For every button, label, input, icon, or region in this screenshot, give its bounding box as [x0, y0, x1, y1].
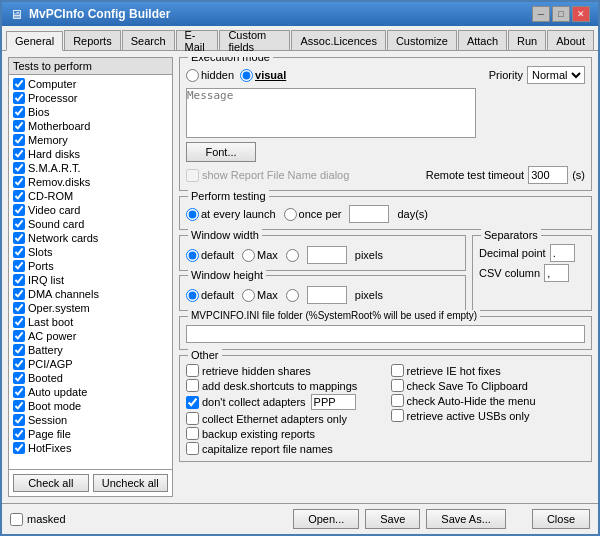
once-per-radio[interactable]	[284, 208, 297, 221]
height-custom-label[interactable]	[286, 289, 299, 302]
check-dma-channels[interactable]	[13, 288, 25, 300]
width-max-radio[interactable]	[242, 249, 255, 262]
check-hard-disks[interactable]	[13, 148, 25, 160]
check-battery[interactable]	[13, 344, 25, 356]
timeout-input[interactable]	[528, 166, 568, 184]
masked-checkbox[interactable]	[10, 513, 23, 526]
check-ports[interactable]	[13, 260, 25, 272]
check-session[interactable]	[13, 414, 25, 426]
check-motherboard[interactable]	[13, 120, 25, 132]
other-check-don't-coll[interactable]	[186, 396, 199, 409]
ini-folder-input[interactable]	[186, 325, 585, 343]
other-check2-retrieve-I[interactable]	[391, 364, 404, 377]
at-every-label[interactable]: at every launch	[186, 208, 276, 221]
execution-mode-group: Execution mode hidden visual Priority No…	[179, 57, 592, 191]
tab-run[interactable]: Run	[508, 30, 546, 50]
show-report-checkbox[interactable]	[186, 169, 199, 182]
check-all-button[interactable]: Check all	[13, 474, 89, 492]
message-textarea[interactable]	[186, 88, 476, 138]
check-page-file[interactable]	[13, 428, 25, 440]
other-check2-retrieve-a[interactable]	[391, 409, 404, 422]
hidden-radio[interactable]	[186, 69, 199, 82]
check-remov-disks[interactable]	[13, 176, 25, 188]
height-max-radio[interactable]	[242, 289, 255, 302]
perform-testing-title: Perform testing	[188, 190, 269, 202]
check-slots[interactable]	[13, 246, 25, 258]
window-width-title: Window width	[188, 229, 262, 241]
close-window-button[interactable]: ✕	[572, 6, 590, 22]
check-pci-agp[interactable]	[13, 358, 25, 370]
ppp-input[interactable]	[311, 394, 356, 410]
check-computer[interactable]	[13, 78, 25, 90]
font-button[interactable]: Font...	[186, 142, 256, 162]
check-processor[interactable]	[13, 92, 25, 104]
priority-select[interactable]: Normal High Low	[527, 66, 585, 84]
check-boot-mode[interactable]	[13, 400, 25, 412]
width-max-label[interactable]: Max	[242, 249, 278, 262]
visual-radio[interactable]	[240, 69, 253, 82]
once-per-label[interactable]: once per	[284, 208, 342, 221]
close-button[interactable]: Close	[532, 509, 590, 529]
check-bios[interactable]	[13, 106, 25, 118]
check-auto-update[interactable]	[13, 386, 25, 398]
height-max-label[interactable]: Max	[242, 289, 278, 302]
tab-general[interactable]: General	[6, 31, 63, 51]
other-check-add-desk.s[interactable]	[186, 379, 199, 392]
hidden-radio-label[interactable]: hidden	[186, 69, 234, 82]
other-check2-check-Save[interactable]	[391, 379, 404, 392]
save-button[interactable]: Save	[365, 509, 420, 529]
check-ac-power[interactable]	[13, 330, 25, 342]
width-default-radio[interactable]	[186, 249, 199, 262]
uncheck-all-button[interactable]: Uncheck all	[93, 474, 169, 492]
other-check-retrieve-h[interactable]	[186, 364, 199, 377]
open-button[interactable]: Open...	[293, 509, 359, 529]
tab-attach[interactable]: Attach	[458, 30, 507, 50]
tab-customize[interactable]: Customize	[387, 30, 457, 50]
width-default-label[interactable]: default	[186, 249, 234, 262]
csv-input[interactable]	[544, 264, 569, 282]
check-booted[interactable]	[13, 372, 25, 384]
other-item-label: collect Ethernet adapters only	[202, 413, 347, 425]
tab-email[interactable]: E-Mail	[176, 30, 219, 50]
show-report-label[interactable]: show Report File Name dialog	[186, 169, 349, 182]
tab-custom-fields[interactable]: Custom fields	[219, 30, 290, 50]
other-item-label: add desk.shortcuts to mappings	[202, 380, 357, 392]
check-oper-system[interactable]	[13, 302, 25, 314]
minimize-button[interactable]: ─	[532, 6, 550, 22]
check-cd-rom[interactable]	[13, 190, 25, 202]
height-value-input[interactable]	[307, 286, 347, 304]
check-memory[interactable]	[13, 134, 25, 146]
tab-reports[interactable]: Reports	[64, 30, 121, 50]
height-custom-radio[interactable]	[286, 289, 299, 302]
check-last-boot[interactable]	[13, 316, 25, 328]
tab-search[interactable]: Search	[122, 30, 175, 50]
check-video-card[interactable]	[13, 204, 25, 216]
checklist: ComputerProcessorBiosMotherboardMemoryHa…	[9, 75, 172, 469]
other-col-1: retrieve hidden sharesadd desk.shortcuts…	[186, 364, 381, 455]
other-check-collect-Et[interactable]	[186, 412, 199, 425]
height-default-radio[interactable]	[186, 289, 199, 302]
title-bar: 🖥 MvPCInfo Config Builder ─ □ ✕	[2, 2, 598, 26]
tab-about[interactable]: About	[547, 30, 594, 50]
list-item: Boot mode	[11, 399, 170, 413]
check-network-cards[interactable]	[13, 232, 25, 244]
width-custom-label[interactable]	[286, 249, 299, 262]
save-as-button[interactable]: Save As...	[426, 509, 506, 529]
visual-radio-label[interactable]: visual	[240, 69, 286, 82]
other-check-backup-exi[interactable]	[186, 427, 199, 440]
at-every-radio[interactable]	[186, 208, 199, 221]
maximize-button[interactable]: □	[552, 6, 570, 22]
decimal-input[interactable]	[550, 244, 575, 262]
other-check2-check-Auto[interactable]	[391, 394, 404, 407]
list-item: Booted	[11, 371, 170, 385]
width-value-input[interactable]	[307, 246, 347, 264]
days-input[interactable]	[349, 205, 389, 223]
check-irq-list[interactable]	[13, 274, 25, 286]
other-check-capitalize[interactable]	[186, 442, 199, 455]
check-s-m-a-r-t-[interactable]	[13, 162, 25, 174]
check-sound-card[interactable]	[13, 218, 25, 230]
height-default-label[interactable]: default	[186, 289, 234, 302]
check-hotfixes[interactable]	[13, 442, 25, 454]
width-custom-radio[interactable]	[286, 249, 299, 262]
tab-assoc[interactable]: Assoc.Licences	[291, 30, 385, 50]
